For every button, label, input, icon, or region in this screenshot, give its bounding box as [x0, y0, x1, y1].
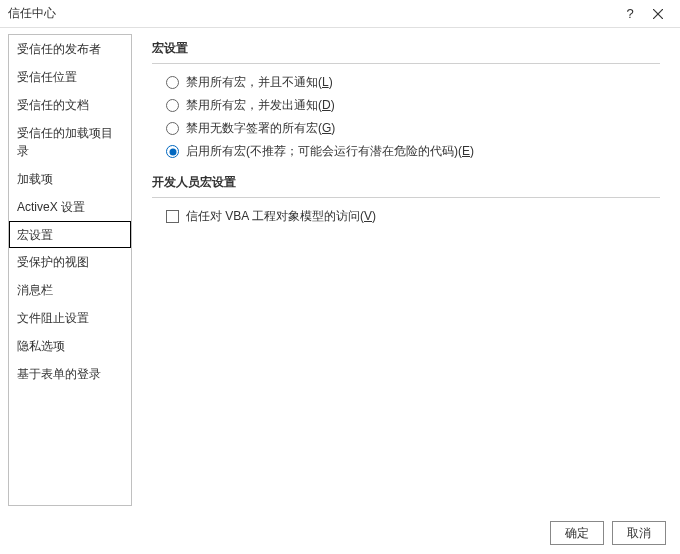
cancel-button[interactable]: 取消	[612, 521, 666, 545]
help-button[interactable]: ?	[616, 0, 644, 28]
content-area: 受信任的发布者受信任位置受信任的文档受信任的加载项目录加载项ActiveX 设置…	[0, 28, 680, 512]
checkbox-label: 信任对 VBA 工程对象模型的访问(V)	[186, 208, 376, 225]
window-title: 信任中心	[8, 5, 616, 22]
sidebar: 受信任的发布者受信任位置受信任的文档受信任的加载项目录加载项ActiveX 设置…	[8, 34, 132, 506]
radio-label: 禁用所有宏，并且不通知(L)	[186, 74, 333, 91]
radio-icon	[166, 99, 179, 112]
macro-radio-option[interactable]: 禁用所有宏，并且不通知(L)	[166, 74, 660, 91]
sidebar-item[interactable]: 宏设置	[9, 221, 131, 248]
footer: 确定 取消	[0, 512, 680, 554]
close-button[interactable]	[644, 0, 672, 28]
ok-button[interactable]: 确定	[550, 521, 604, 545]
vba-trust-checkbox[interactable]: 信任对 VBA 工程对象模型的访问(V)	[166, 208, 660, 225]
close-icon	[653, 9, 663, 19]
macro-radio-group: 禁用所有宏，并且不通知(L)禁用所有宏，并发出通知(D)禁用无数字签署的所有宏(…	[166, 74, 660, 160]
macro-radio-option[interactable]: 禁用所有宏，并发出通知(D)	[166, 97, 660, 114]
sidebar-item[interactable]: 受信任位置	[9, 63, 131, 91]
divider	[152, 63, 660, 64]
macro-radio-option[interactable]: 启用所有宏(不推荐；可能会运行有潜在危险的代码)(E)	[166, 143, 660, 160]
sidebar-item[interactable]: 文件阻止设置	[9, 304, 131, 332]
radio-label: 禁用所有宏，并发出通知(D)	[186, 97, 335, 114]
sidebar-item[interactable]: 消息栏	[9, 276, 131, 304]
sidebar-item[interactable]: 受信任的发布者	[9, 35, 131, 63]
developer-macro-title: 开发人员宏设置	[152, 174, 660, 191]
titlebar: 信任中心 ?	[0, 0, 680, 28]
sidebar-item[interactable]: 隐私选项	[9, 332, 131, 360]
radio-label: 禁用无数字签署的所有宏(G)	[186, 120, 335, 137]
radio-icon	[166, 122, 179, 135]
macro-settings-title: 宏设置	[152, 40, 660, 57]
macro-radio-option[interactable]: 禁用无数字签署的所有宏(G)	[166, 120, 660, 137]
sidebar-item[interactable]: 加载项	[9, 165, 131, 193]
main-panel: 宏设置 禁用所有宏，并且不通知(L)禁用所有宏，并发出通知(D)禁用无数字签署的…	[132, 28, 680, 512]
sidebar-item[interactable]: 受保护的视图	[9, 248, 131, 276]
sidebar-item[interactable]: ActiveX 设置	[9, 193, 131, 221]
divider	[152, 197, 660, 198]
radio-icon	[166, 76, 179, 89]
sidebar-item[interactable]: 受信任的加载项目录	[9, 119, 131, 165]
sidebar-item[interactable]: 受信任的文档	[9, 91, 131, 119]
radio-icon	[166, 145, 179, 158]
sidebar-item[interactable]: 基于表单的登录	[9, 360, 131, 388]
checkbox-icon	[166, 210, 179, 223]
radio-label: 启用所有宏(不推荐；可能会运行有潜在危险的代码)(E)	[186, 143, 474, 160]
